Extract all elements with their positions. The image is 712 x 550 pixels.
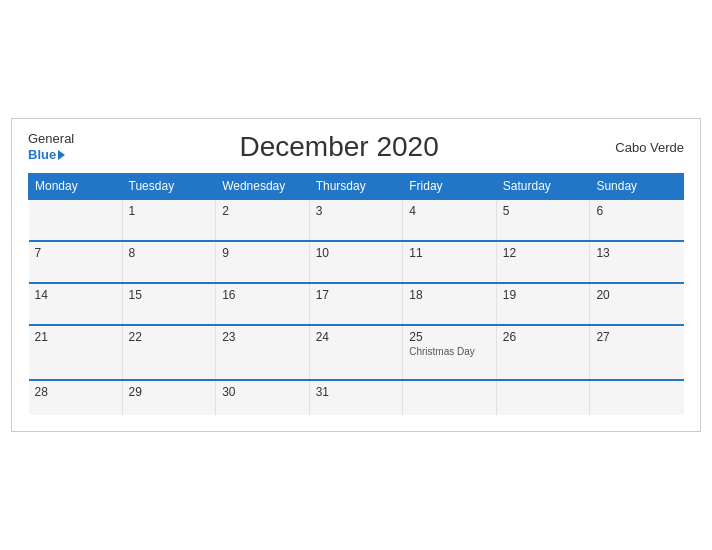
day-cell: 13 [590, 241, 684, 283]
day-number: 27 [596, 330, 677, 344]
weekday-header-tuesday: Tuesday [122, 174, 216, 200]
day-cell [29, 199, 123, 241]
weekday-header-saturday: Saturday [496, 174, 590, 200]
day-number: 31 [316, 385, 397, 399]
day-number: 13 [596, 246, 677, 260]
calendar-table: MondayTuesdayWednesdayThursdayFridaySatu… [28, 173, 684, 415]
day-number: 5 [503, 204, 584, 218]
day-number: 29 [129, 385, 210, 399]
calendar-header: General Blue December 2020 Cabo Verde [28, 131, 684, 163]
day-cell: 3 [309, 199, 403, 241]
day-number: 26 [503, 330, 584, 344]
day-number: 6 [596, 204, 677, 218]
day-cell: 21 [29, 325, 123, 380]
day-cell: 20 [590, 283, 684, 325]
week-row-1: 123456 [29, 199, 684, 241]
week-row-2: 78910111213 [29, 241, 684, 283]
logo-general-text: General [28, 131, 74, 147]
day-number: 3 [316, 204, 397, 218]
day-cell [496, 380, 590, 415]
day-cell: 7 [29, 241, 123, 283]
day-cell: 5 [496, 199, 590, 241]
day-cell: 26 [496, 325, 590, 380]
day-number: 28 [35, 385, 116, 399]
day-number: 19 [503, 288, 584, 302]
day-cell: 9 [216, 241, 310, 283]
day-cell: 1 [122, 199, 216, 241]
day-number: 8 [129, 246, 210, 260]
day-number: 17 [316, 288, 397, 302]
day-number: 23 [222, 330, 303, 344]
logo-blue-text: Blue [28, 147, 56, 163]
day-number: 9 [222, 246, 303, 260]
day-number: 12 [503, 246, 584, 260]
day-cell [590, 380, 684, 415]
day-cell: 22 [122, 325, 216, 380]
day-number: 15 [129, 288, 210, 302]
day-number: 7 [35, 246, 116, 260]
day-cell: 29 [122, 380, 216, 415]
day-number: 1 [129, 204, 210, 218]
day-cell: 14 [29, 283, 123, 325]
day-number: 22 [129, 330, 210, 344]
weekday-header-row: MondayTuesdayWednesdayThursdayFridaySatu… [29, 174, 684, 200]
day-number: 24 [316, 330, 397, 344]
day-cell: 15 [122, 283, 216, 325]
day-cell: 18 [403, 283, 497, 325]
week-row-3: 14151617181920 [29, 283, 684, 325]
country-label: Cabo Verde [604, 140, 684, 155]
day-number: 14 [35, 288, 116, 302]
day-number: 2 [222, 204, 303, 218]
day-number: 18 [409, 288, 490, 302]
calendar: General Blue December 2020 Cabo Verde Mo… [11, 118, 701, 432]
day-cell [403, 380, 497, 415]
day-cell: 17 [309, 283, 403, 325]
weekday-header-wednesday: Wednesday [216, 174, 310, 200]
weekday-header-friday: Friday [403, 174, 497, 200]
day-cell: 27 [590, 325, 684, 380]
week-row-5: 28293031 [29, 380, 684, 415]
logo: General Blue [28, 131, 74, 162]
day-cell: 24 [309, 325, 403, 380]
weekday-header-sunday: Sunday [590, 174, 684, 200]
day-cell: 8 [122, 241, 216, 283]
day-number: 25 [409, 330, 490, 344]
day-cell: 4 [403, 199, 497, 241]
day-number: 4 [409, 204, 490, 218]
day-cell: 12 [496, 241, 590, 283]
day-cell: 6 [590, 199, 684, 241]
week-row-4: 2122232425Christmas Day2627 [29, 325, 684, 380]
day-cell: 10 [309, 241, 403, 283]
day-number: 21 [35, 330, 116, 344]
calendar-title: December 2020 [74, 131, 604, 163]
weekday-header-monday: Monday [29, 174, 123, 200]
day-cell: 16 [216, 283, 310, 325]
day-number: 30 [222, 385, 303, 399]
day-number: 11 [409, 246, 490, 260]
day-cell: 31 [309, 380, 403, 415]
day-cell: 25Christmas Day [403, 325, 497, 380]
day-cell: 2 [216, 199, 310, 241]
day-number: 20 [596, 288, 677, 302]
day-cell: 23 [216, 325, 310, 380]
day-cell: 28 [29, 380, 123, 415]
event-label: Christmas Day [409, 346, 490, 357]
day-cell: 30 [216, 380, 310, 415]
weekday-header-thursday: Thursday [309, 174, 403, 200]
day-cell: 11 [403, 241, 497, 283]
day-number: 16 [222, 288, 303, 302]
day-number: 10 [316, 246, 397, 260]
logo-triangle-icon [58, 150, 65, 160]
day-cell: 19 [496, 283, 590, 325]
